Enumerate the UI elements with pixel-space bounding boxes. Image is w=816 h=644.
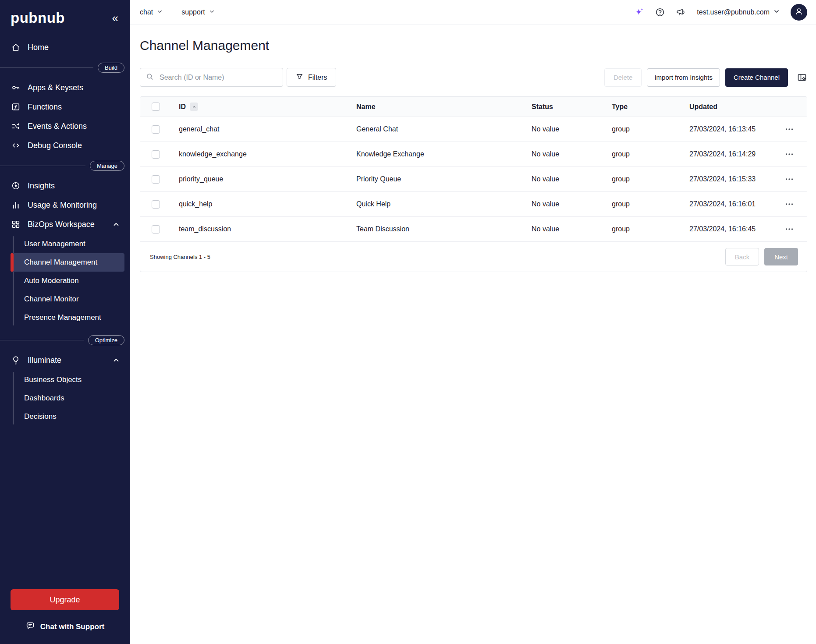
chevron-down-icon	[209, 8, 215, 17]
chevron-down-icon	[773, 8, 780, 17]
cell-id: knowledge_exchange	[179, 150, 356, 158]
announcements-icon[interactable]	[676, 7, 686, 18]
sidebar-item-label: Functions	[28, 103, 62, 112]
sidebar-item-label: Illuminate	[28, 356, 61, 365]
row-actions-menu[interactable]	[782, 222, 796, 236]
code-icon	[11, 141, 21, 150]
section-divider-manage: Manage	[0, 159, 130, 172]
filters-label: Filters	[308, 74, 327, 81]
cell-updated: 27/03/2024, 16:16:01	[689, 200, 771, 208]
keyset-selector[interactable]: support	[181, 8, 215, 17]
sidebar-item-functions[interactable]: Functions	[0, 97, 130, 117]
cell-updated: 27/03/2024, 16:13:45	[689, 125, 771, 133]
upgrade-button[interactable]: Upgrade	[11, 589, 119, 610]
ai-sparkle-icon[interactable]	[634, 7, 644, 18]
cell-updated: 27/03/2024, 16:16:45	[689, 225, 771, 233]
user-email: test.user@pubnub.com	[697, 8, 770, 16]
row-actions-menu[interactable]	[782, 197, 796, 211]
column-header-status[interactable]: Status	[532, 103, 553, 110]
column-header-type[interactable]: Type	[612, 103, 628, 110]
select-all-checkbox[interactable]	[152, 103, 160, 111]
search-input[interactable]	[159, 73, 277, 82]
table-row[interactable]: priority_queue Priority Queue No value g…	[140, 167, 807, 192]
filters-button[interactable]: Filters	[287, 68, 336, 87]
cell-type: group	[612, 150, 689, 158]
create-channel-button[interactable]: Create Channel	[725, 68, 788, 87]
app-selector-value: chat	[140, 8, 153, 16]
illuminate-subnav: Business Objects Dashboards Decisions	[0, 370, 130, 428]
sidebar-item-decisions[interactable]: Decisions	[11, 407, 124, 426]
sidebar-item-debug-console[interactable]: Debug Console	[0, 136, 130, 155]
back-button[interactable]: Back	[725, 248, 759, 265]
table-settings-icon[interactable]	[797, 72, 807, 83]
cell-updated: 27/03/2024, 16:15:33	[689, 175, 771, 183]
insights-icon	[11, 181, 21, 191]
shuffle-icon	[11, 121, 21, 131]
column-header-name[interactable]: Name	[356, 103, 376, 110]
sidebar-item-label: Home	[28, 43, 49, 52]
chevron-down-icon	[156, 8, 163, 17]
sidebar-item-label: Apps & Keysets	[28, 83, 83, 92]
cell-type: group	[612, 175, 689, 183]
cell-name: Team Discussion	[356, 225, 532, 233]
column-header-id[interactable]: ID	[179, 103, 186, 111]
sidebar-item-insights[interactable]: Insights	[0, 176, 130, 195]
section-divider-optimize: Optimize	[0, 334, 130, 346]
sidebar-item-label: Debug Console	[28, 141, 82, 150]
avatar[interactable]	[791, 4, 807, 21]
row-actions-menu[interactable]	[782, 147, 796, 161]
row-checkbox[interactable]	[152, 150, 160, 159]
cell-name: Quick Help	[356, 200, 532, 208]
table-header-row: ID Name Status Type Updated	[140, 97, 807, 117]
sidebar-item-home[interactable]: Home	[0, 38, 130, 57]
row-actions-menu[interactable]	[782, 172, 796, 186]
sidebar-item-label: Channel Management	[24, 258, 97, 267]
sidebar-item-dashboards[interactable]: Dashboards	[11, 389, 124, 407]
sidebar-item-user-management[interactable]: User Management	[11, 235, 124, 253]
sidebar-item-business-objects[interactable]: Business Objects	[11, 371, 124, 389]
next-button[interactable]: Next	[764, 248, 798, 265]
table-row[interactable]: knowledge_exchange Knowledge Exchange No…	[140, 142, 807, 167]
sidebar-item-events-actions[interactable]: Events & Actions	[0, 117, 130, 136]
user-email-menu[interactable]: test.user@pubnub.com	[697, 8, 780, 17]
sidebar-collapse-button[interactable]: «	[112, 12, 118, 24]
sort-ascending-icon[interactable]	[190, 103, 198, 111]
table-row[interactable]: team_discussion Team Discussion No value…	[140, 217, 807, 242]
optimize-badge: Optimize	[88, 335, 124, 345]
row-checkbox[interactable]	[152, 225, 160, 234]
cell-status: No value	[532, 125, 612, 133]
cell-id: quick_help	[179, 200, 356, 208]
sidebar-item-channel-monitor[interactable]: Channel Monitor	[11, 290, 124, 308]
toolbar-right: Delete Import from Insights Create Chann…	[604, 68, 807, 87]
table-row[interactable]: general_chat General Chat No value group…	[140, 117, 807, 142]
row-checkbox[interactable]	[152, 125, 160, 134]
sidebar-item-label: Business Objects	[24, 375, 82, 384]
cell-name: Priority Queue	[356, 175, 532, 183]
sidebar-item-channel-management[interactable]: Channel Management	[11, 253, 124, 272]
cell-updated: 27/03/2024, 16:14:29	[689, 150, 771, 158]
section-divider-build: Build	[0, 61, 130, 74]
help-icon[interactable]	[655, 7, 665, 18]
functions-icon	[11, 102, 21, 112]
sidebar-item-presence-management[interactable]: Presence Management	[11, 308, 124, 327]
row-checkbox[interactable]	[152, 175, 160, 184]
toolbar: Filters Delete Import from Insights Crea…	[140, 68, 807, 87]
pubnub-logo[interactable]: pubnub	[11, 10, 65, 26]
row-actions-menu[interactable]	[782, 122, 796, 136]
table-row[interactable]: quick_help Quick Help No value group 27/…	[140, 192, 807, 217]
sidebar-item-bizops-workspace[interactable]: BizOps Workspace	[0, 215, 130, 234]
chevron-up-icon	[112, 356, 120, 364]
delete-button[interactable]: Delete	[604, 68, 642, 87]
sidebar-item-illuminate[interactable]: Illuminate	[0, 350, 130, 370]
cell-status: No value	[532, 150, 612, 158]
column-header-updated[interactable]: Updated	[689, 103, 717, 110]
sidebar-item-auto-moderation[interactable]: Auto Moderation	[11, 272, 124, 290]
chat-with-support-button[interactable]: Chat with Support	[0, 621, 130, 633]
sidebar-item-usage-monitoring[interactable]: Usage & Monitoring	[0, 195, 130, 215]
import-from-insights-button[interactable]: Import from Insights	[647, 68, 720, 87]
row-checkbox[interactable]	[152, 200, 160, 209]
sidebar-item-apps-keysets[interactable]: Apps & Keysets	[0, 78, 130, 97]
chat-support-label: Chat with Support	[40, 623, 104, 631]
sidebar-bottom: Upgrade Chat with Support	[0, 589, 130, 644]
app-selector[interactable]: chat	[140, 8, 163, 17]
